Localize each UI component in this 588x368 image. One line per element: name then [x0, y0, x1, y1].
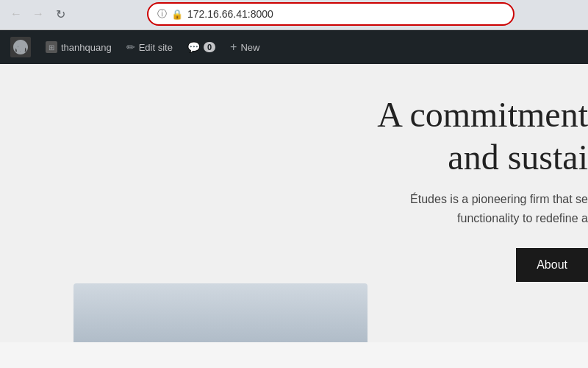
hero-section: A commitment and sustai Études is a pion… [377, 93, 588, 282]
hero-subtext-line2: functionality to redefine a [457, 212, 588, 224]
security-icon: 🔒 [171, 9, 183, 20]
info-icon: ⓘ [157, 7, 167, 21]
hero-subtext: Études is a pioneering firm that se func… [377, 190, 588, 227]
plus-icon: + [230, 40, 237, 54]
site-icon: ⊞ [46, 41, 57, 53]
comments-count: 0 [204, 42, 215, 52]
bottom-image [74, 283, 368, 342]
browser-chrome: ← → ↻ ⓘ 🔒 172.16.66.41:8000 [0, 0, 588, 30]
edit-site-label: Edit site [139, 42, 173, 53]
comment-icon: 💬 [187, 41, 200, 53]
wp-admin-bar: ⊞ thanhquang ✏ Edit site 💬 0 + New [0, 30, 588, 64]
wp-logo-icon [13, 40, 28, 54]
new-label: New [240, 42, 259, 53]
address-bar-row: ← → ↻ ⓘ 🔒 172.16.66.41:8000 [0, 0, 588, 29]
edit-site-item[interactable]: ✏ Edit site [119, 30, 180, 64]
refresh-icon: ↻ [56, 7, 65, 21]
back-button[interactable]: ← [6, 4, 26, 24]
back-icon: ← [10, 7, 22, 21]
forward-button[interactable]: → [28, 4, 49, 24]
hero-heading-line1: A commitment [377, 95, 588, 134]
comments-item[interactable]: 💬 0 [180, 30, 223, 64]
wp-logo-item[interactable] [3, 30, 38, 64]
hero-subtext-line1: Études is a pioneering firm that se [410, 193, 588, 205]
nav-buttons: ← → ↻ [6, 4, 71, 24]
address-bar[interactable]: ⓘ 🔒 172.16.66.41:8000 [147, 2, 514, 26]
about-button[interactable]: About [516, 248, 588, 282]
forward-icon: → [32, 7, 44, 21]
site-name-item[interactable]: ⊞ thanhquang [38, 30, 119, 64]
main-content: A commitment and sustai Études is a pion… [0, 64, 588, 342]
hero-heading-line2: and sustai [448, 138, 588, 177]
edit-icon: ✏ [126, 41, 135, 53]
wordpress-logo [10, 37, 31, 57]
new-item[interactable]: + New [223, 30, 267, 64]
hero-heading: A commitment and sustai [377, 93, 588, 178]
refresh-button[interactable]: ↻ [50, 4, 71, 24]
address-text: 172.16.66.41:8000 [187, 8, 504, 20]
site-name-label: thanhquang [61, 42, 112, 53]
